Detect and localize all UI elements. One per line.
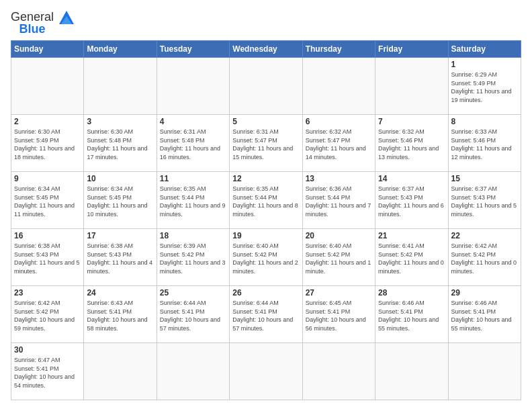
day-info: Sunrise: 6:40 AM Sunset: 5:42 PM Dayligh…	[306, 242, 372, 275]
calendar-cell: 4Sunrise: 6:31 AM Sunset: 5:48 PM Daylig…	[157, 115, 229, 172]
day-info: Sunrise: 6:29 AM Sunset: 5:49 PM Dayligh…	[451, 71, 518, 104]
day-number: 24	[87, 288, 153, 298]
calendar-cell	[375, 58, 448, 115]
calendar-cell: 9Sunrise: 6:34 AM Sunset: 5:45 PM Daylig…	[11, 172, 84, 229]
calendar-cell	[157, 58, 229, 115]
calendar-cell	[302, 343, 375, 400]
day-info: Sunrise: 6:38 AM Sunset: 5:43 PM Dayligh…	[14, 242, 81, 275]
calendar-cell	[84, 343, 157, 400]
calendar-week-row: 16Sunrise: 6:38 AM Sunset: 5:43 PM Dayli…	[11, 229, 521, 286]
calendar-cell: 16Sunrise: 6:38 AM Sunset: 5:43 PM Dayli…	[11, 229, 84, 286]
day-number: 6	[306, 117, 372, 126]
calendar-week-row: 23Sunrise: 6:42 AM Sunset: 5:42 PM Dayli…	[11, 286, 521, 343]
day-number: 26	[232, 288, 299, 298]
day-number: 12	[232, 174, 299, 183]
day-info: Sunrise: 6:44 AM Sunset: 5:41 PM Dayligh…	[232, 299, 299, 332]
day-number: 13	[306, 174, 372, 183]
calendar-cell: 18Sunrise: 6:39 AM Sunset: 5:42 PM Dayli…	[157, 229, 229, 286]
calendar-cell: 8Sunrise: 6:33 AM Sunset: 5:46 PM Daylig…	[448, 115, 521, 172]
header: General Blue	[11, 11, 521, 35]
day-info: Sunrise: 6:39 AM Sunset: 5:42 PM Dayligh…	[160, 242, 226, 275]
calendar-cell: 6Sunrise: 6:32 AM Sunset: 5:47 PM Daylig…	[302, 115, 375, 172]
calendar-cell: 3Sunrise: 6:30 AM Sunset: 5:48 PM Daylig…	[84, 115, 157, 172]
calendar-cell: 14Sunrise: 6:37 AM Sunset: 5:43 PM Dayli…	[375, 172, 448, 229]
logo-triangle-icon	[59, 11, 74, 30]
weekday-header-monday: Monday	[84, 41, 157, 58]
day-number: 2	[14, 117, 81, 126]
day-number: 21	[378, 231, 445, 240]
calendar-cell: 17Sunrise: 6:38 AM Sunset: 5:43 PM Dayli…	[84, 229, 157, 286]
day-number: 10	[87, 174, 153, 183]
day-number: 11	[160, 174, 226, 183]
day-number: 28	[378, 288, 445, 298]
day-number: 9	[14, 174, 81, 183]
day-info: Sunrise: 6:37 AM Sunset: 5:43 PM Dayligh…	[378, 185, 445, 218]
weekday-header-sunday: Sunday	[11, 41, 84, 58]
day-number: 16	[14, 231, 81, 240]
weekday-header-wednesday: Wednesday	[230, 41, 302, 58]
calendar-cell: 19Sunrise: 6:40 AM Sunset: 5:42 PM Dayli…	[230, 229, 302, 286]
calendar-cell	[11, 58, 84, 115]
calendar-cell	[448, 343, 521, 400]
day-info: Sunrise: 6:42 AM Sunset: 5:42 PM Dayligh…	[14, 299, 81, 332]
day-info: Sunrise: 6:43 AM Sunset: 5:41 PM Dayligh…	[87, 299, 153, 332]
calendar-cell: 30Sunrise: 6:47 AM Sunset: 5:41 PM Dayli…	[11, 343, 84, 400]
day-info: Sunrise: 6:46 AM Sunset: 5:41 PM Dayligh…	[451, 299, 518, 332]
day-number: 17	[87, 231, 153, 240]
day-info: Sunrise: 6:45 AM Sunset: 5:41 PM Dayligh…	[306, 299, 372, 332]
calendar-week-row: 9Sunrise: 6:34 AM Sunset: 5:45 PM Daylig…	[11, 172, 521, 229]
logo: General Blue	[11, 11, 74, 35]
calendar-cell	[84, 58, 157, 115]
calendar-week-row: 30Sunrise: 6:47 AM Sunset: 5:41 PM Dayli…	[11, 343, 521, 400]
day-info: Sunrise: 6:47 AM Sunset: 5:41 PM Dayligh…	[14, 356, 81, 390]
calendar-cell: 27Sunrise: 6:45 AM Sunset: 5:41 PM Dayli…	[302, 286, 375, 343]
day-info: Sunrise: 6:35 AM Sunset: 5:44 PM Dayligh…	[232, 185, 299, 218]
day-number: 25	[160, 288, 226, 298]
day-number: 27	[306, 288, 372, 298]
calendar-cell: 13Sunrise: 6:36 AM Sunset: 5:44 PM Dayli…	[302, 172, 375, 229]
calendar-cell: 15Sunrise: 6:37 AM Sunset: 5:43 PM Dayli…	[448, 172, 521, 229]
day-number: 1	[451, 60, 518, 69]
calendar-cell: 2Sunrise: 6:30 AM Sunset: 5:49 PM Daylig…	[11, 115, 84, 172]
calendar-cell: 20Sunrise: 6:40 AM Sunset: 5:42 PM Dayli…	[302, 229, 375, 286]
day-info: Sunrise: 6:37 AM Sunset: 5:43 PM Dayligh…	[451, 185, 518, 218]
calendar-cell: 23Sunrise: 6:42 AM Sunset: 5:42 PM Dayli…	[11, 286, 84, 343]
day-info: Sunrise: 6:31 AM Sunset: 5:48 PM Dayligh…	[160, 128, 226, 161]
day-info: Sunrise: 6:35 AM Sunset: 5:44 PM Dayligh…	[160, 185, 226, 218]
day-info: Sunrise: 6:30 AM Sunset: 5:49 PM Dayligh…	[14, 128, 81, 161]
day-info: Sunrise: 6:44 AM Sunset: 5:41 PM Dayligh…	[160, 299, 226, 332]
calendar-cell	[230, 343, 302, 400]
calendar-cell	[302, 58, 375, 115]
calendar-cell: 26Sunrise: 6:44 AM Sunset: 5:41 PM Dayli…	[230, 286, 302, 343]
day-info: Sunrise: 6:33 AM Sunset: 5:46 PM Dayligh…	[451, 128, 518, 161]
calendar-cell: 22Sunrise: 6:42 AM Sunset: 5:42 PM Dayli…	[448, 229, 521, 286]
day-info: Sunrise: 6:34 AM Sunset: 5:45 PM Dayligh…	[87, 185, 153, 218]
day-number: 4	[160, 117, 226, 126]
calendar-cell: 12Sunrise: 6:35 AM Sunset: 5:44 PM Dayli…	[230, 172, 302, 229]
weekday-header-row: SundayMondayTuesdayWednesdayThursdayFrid…	[11, 41, 521, 58]
calendar-cell: 21Sunrise: 6:41 AM Sunset: 5:42 PM Dayli…	[375, 229, 448, 286]
calendar-cell	[157, 343, 229, 400]
weekday-header-saturday: Saturday	[448, 41, 521, 58]
calendar-cell: 29Sunrise: 6:46 AM Sunset: 5:41 PM Dayli…	[448, 286, 521, 343]
day-info: Sunrise: 6:32 AM Sunset: 5:46 PM Dayligh…	[378, 128, 445, 161]
day-number: 8	[451, 117, 518, 126]
calendar-cell	[230, 58, 302, 115]
day-info: Sunrise: 6:31 AM Sunset: 5:47 PM Dayligh…	[232, 128, 299, 161]
day-info: Sunrise: 6:36 AM Sunset: 5:44 PM Dayligh…	[306, 185, 372, 218]
day-number: 20	[306, 231, 372, 240]
calendar-week-row: 2Sunrise: 6:30 AM Sunset: 5:49 PM Daylig…	[11, 115, 521, 172]
day-number: 3	[87, 117, 153, 126]
day-number: 7	[378, 117, 445, 126]
weekday-header-thursday: Thursday	[302, 41, 375, 58]
page: General Blue SundayMondayTuesdayWednesda…	[0, 0, 532, 411]
day-number: 5	[232, 117, 299, 126]
calendar-cell: 24Sunrise: 6:43 AM Sunset: 5:41 PM Dayli…	[84, 286, 157, 343]
day-info: Sunrise: 6:46 AM Sunset: 5:41 PM Dayligh…	[378, 299, 445, 332]
calendar-cell	[375, 343, 448, 400]
calendar-cell: 1Sunrise: 6:29 AM Sunset: 5:49 PM Daylig…	[448, 58, 521, 115]
calendar-week-row: 1Sunrise: 6:29 AM Sunset: 5:49 PM Daylig…	[11, 58, 521, 115]
day-number: 23	[14, 288, 81, 298]
weekday-header-tuesday: Tuesday	[157, 41, 229, 58]
calendar-cell: 7Sunrise: 6:32 AM Sunset: 5:46 PM Daylig…	[375, 115, 448, 172]
